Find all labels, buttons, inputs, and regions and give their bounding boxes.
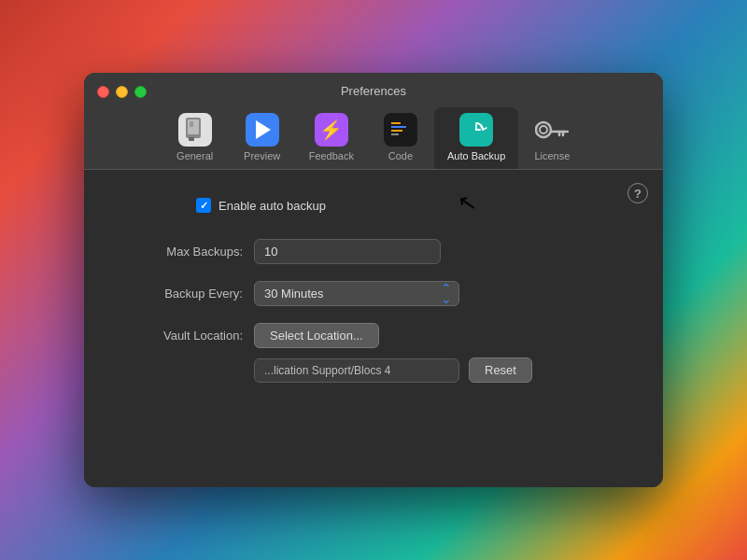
maximize-button[interactable] <box>134 86 147 98</box>
svg-rect-2 <box>190 121 193 127</box>
enable-checkbox[interactable]: ✓ <box>196 198 211 213</box>
preview-icon <box>246 113 279 147</box>
feedback-icon: ⚡ <box>315 113 348 147</box>
svg-rect-3 <box>189 137 194 141</box>
tab-license-label: License <box>534 150 570 161</box>
svg-rect-6 <box>391 126 406 128</box>
traffic-lights <box>97 86 147 98</box>
enable-row: ✓ Enable auto backup <box>112 198 635 213</box>
tab-preview-label: Preview <box>244 150 280 161</box>
general-icon <box>178 113 212 147</box>
tab-code-label: Code <box>388 150 413 161</box>
tab-autobackup-label: Auto Backup <box>447 150 505 161</box>
backup-every-row: Backup Every: 5 Minutes 10 Minutes 15 Mi… <box>112 281 635 306</box>
vault-location-label: Vault Location: <box>112 329 243 343</box>
tab-feedback[interactable]: ⚡ Feedback <box>296 107 367 169</box>
max-backups-row: Max Backups: <box>112 239 635 264</box>
autobackup-icon <box>459 113 493 147</box>
tab-code[interactable]: Code <box>367 107 434 169</box>
enable-label: Enable auto backup <box>218 199 326 213</box>
svg-rect-7 <box>391 130 402 132</box>
backup-every-wrapper: 5 Minutes 10 Minutes 15 Minutes 30 Minut… <box>254 281 459 306</box>
tab-general-label: General <box>176 150 213 161</box>
svg-rect-8 <box>391 133 399 135</box>
license-icon <box>535 113 569 147</box>
select-location-button[interactable]: Select Location... <box>254 323 379 348</box>
window-title: Preferences <box>341 84 406 98</box>
max-backups-input[interactable] <box>254 239 441 264</box>
preferences-window: Preferences General Preview <box>84 73 663 487</box>
close-button[interactable] <box>97 86 109 98</box>
tab-feedback-label: Feedback <box>309 150 354 161</box>
path-display: ...lication Support/Blocs 4 <box>254 358 459 383</box>
vault-location-row: Vault Location: Select Location... <box>112 323 635 348</box>
path-row: ...lication Support/Blocs 4 Reset <box>112 357 635 383</box>
help-button[interactable]: ? <box>627 183 648 203</box>
tab-license[interactable]: License <box>518 107 585 169</box>
tab-preview[interactable]: Preview <box>229 107 296 169</box>
svg-point-12 <box>536 122 551 137</box>
tab-autobackup[interactable]: Auto Backup <box>434 107 518 169</box>
toolbar: General Preview ⚡ Feedback <box>152 107 596 169</box>
title-bar: Preferences General Preview <box>84 73 663 170</box>
backup-every-select[interactable]: 5 Minutes 10 Minutes 15 Minutes 30 Minut… <box>254 281 459 306</box>
max-backups-label: Max Backups: <box>112 245 243 259</box>
reset-button[interactable]: Reset <box>469 357 532 383</box>
code-icon-tab <box>384 113 417 147</box>
checkbox-check: ✓ <box>200 201 208 211</box>
backup-every-label: Backup Every: <box>112 287 243 301</box>
content-area: ? ✓ Enable auto backup Max Backups: Back… <box>84 170 663 487</box>
tab-general[interactable]: General <box>162 107 229 169</box>
svg-point-13 <box>540 126 547 133</box>
svg-rect-5 <box>391 122 401 124</box>
minimize-button[interactable] <box>116 86 128 98</box>
